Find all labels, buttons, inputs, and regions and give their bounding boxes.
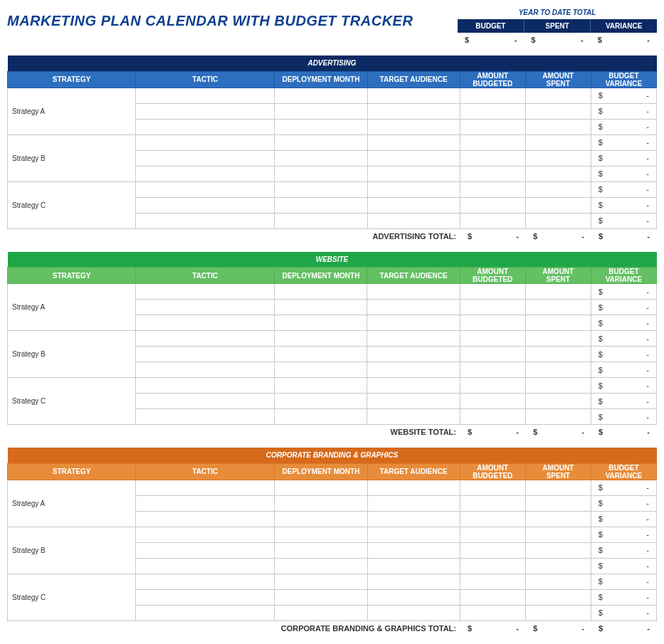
data-cell[interactable] [275,150,367,166]
data-cell[interactable] [460,589,525,605]
data-cell[interactable] [460,315,525,331]
data-cell[interactable] [367,378,460,394]
data-cell[interactable] [136,542,275,558]
data-cell[interactable] [367,284,460,300]
data-cell[interactable] [460,362,525,378]
data-cell[interactable] [275,300,367,315]
data-cell[interactable] [367,589,460,605]
data-cell[interactable] [525,166,591,181]
data-cell[interactable] [275,409,367,425]
data-cell[interactable] [525,480,591,495]
data-cell[interactable] [136,103,275,119]
data-cell[interactable] [460,213,525,228]
data-cell[interactable] [275,213,367,228]
data-cell[interactable] [275,119,367,134]
data-cell[interactable] [275,331,367,347]
data-cell[interactable] [136,134,275,150]
data-cell[interactable] [525,134,591,150]
data-cell[interactable] [367,409,460,425]
data-cell[interactable] [525,409,591,425]
data-cell[interactable] [460,300,525,315]
data-cell[interactable] [367,119,460,134]
data-cell[interactable] [525,605,591,621]
data-cell[interactable] [136,300,275,315]
data-cell[interactable] [275,605,367,621]
data-cell[interactable] [460,134,525,150]
data-cell[interactable] [275,284,367,300]
data-cell[interactable] [460,150,525,166]
data-cell[interactable] [275,394,367,409]
data-cell[interactable] [275,315,367,331]
data-cell[interactable] [136,331,275,347]
data-cell[interactable] [275,181,367,197]
data-cell[interactable] [136,527,275,542]
data-cell[interactable] [275,527,367,542]
data-cell[interactable] [136,574,275,589]
data-cell[interactable] [460,394,525,409]
data-cell[interactable] [525,213,591,228]
data-cell[interactable] [367,315,460,331]
data-cell[interactable] [525,88,591,103]
data-cell[interactable] [136,409,275,425]
data-cell[interactable] [275,166,367,181]
data-cell[interactable] [460,331,525,347]
data-cell[interactable] [275,558,367,574]
data-cell[interactable] [136,213,275,228]
data-cell[interactable] [367,181,460,197]
data-cell[interactable] [367,150,460,166]
data-cell[interactable] [367,558,460,574]
data-cell[interactable] [275,362,367,378]
data-cell[interactable] [525,331,591,347]
data-cell[interactable] [525,558,591,574]
data-cell[interactable] [525,527,591,542]
data-cell[interactable] [275,480,367,495]
data-cell[interactable] [525,589,591,605]
data-cell[interactable] [275,589,367,605]
data-cell[interactable] [525,542,591,558]
data-cell[interactable] [460,480,525,495]
data-cell[interactable] [460,574,525,589]
data-cell[interactable] [460,558,525,574]
data-cell[interactable] [275,511,367,527]
data-cell[interactable] [525,119,591,134]
data-cell[interactable] [525,300,591,315]
data-cell[interactable] [136,394,275,409]
data-cell[interactable] [460,197,525,213]
data-cell[interactable] [460,527,525,542]
data-cell[interactable] [136,558,275,574]
data-cell[interactable] [367,527,460,542]
data-cell[interactable] [525,315,591,331]
data-cell[interactable] [275,574,367,589]
data-cell[interactable] [136,181,275,197]
data-cell[interactable] [525,103,591,119]
data-cell[interactable] [275,542,367,558]
data-cell[interactable] [367,88,460,103]
data-cell[interactable] [525,394,591,409]
data-cell[interactable] [367,347,460,362]
data-cell[interactable] [460,103,525,119]
data-cell[interactable] [136,150,275,166]
data-cell[interactable] [367,331,460,347]
data-cell[interactable] [367,166,460,181]
data-cell[interactable] [460,119,525,134]
data-cell[interactable] [367,511,460,527]
data-cell[interactable] [525,284,591,300]
data-cell[interactable] [525,378,591,394]
data-cell[interactable] [460,605,525,621]
data-cell[interactable] [460,542,525,558]
data-cell[interactable] [525,347,591,362]
data-cell[interactable] [525,181,591,197]
data-cell[interactable] [136,511,275,527]
data-cell[interactable] [136,480,275,495]
data-cell[interactable] [460,181,525,197]
data-cell[interactable] [136,197,275,213]
data-cell[interactable] [367,197,460,213]
data-cell[interactable] [136,495,275,511]
data-cell[interactable] [525,150,591,166]
data-cell[interactable] [136,284,275,300]
data-cell[interactable] [275,134,367,150]
data-cell[interactable] [136,589,275,605]
data-cell[interactable] [367,480,460,495]
data-cell[interactable] [136,166,275,181]
data-cell[interactable] [460,378,525,394]
